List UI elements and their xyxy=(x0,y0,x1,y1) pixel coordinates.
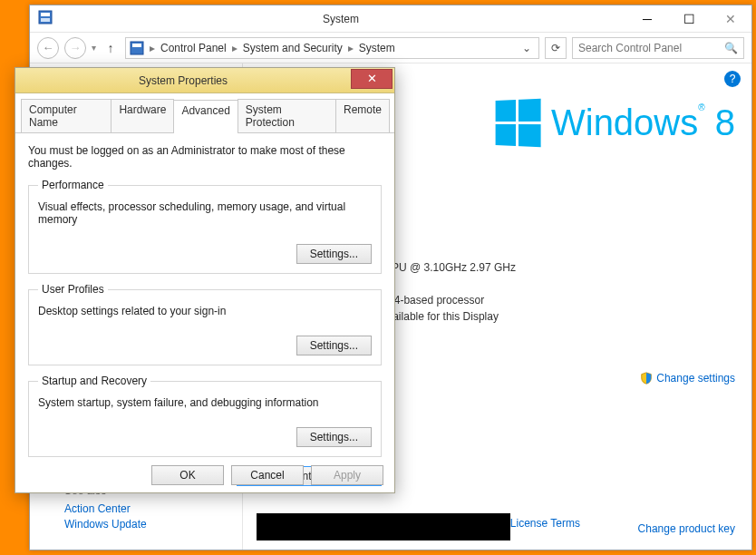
startup-recovery-legend: Startup and Recovery xyxy=(38,375,150,387)
tab-strip: Computer Name Hardware Advanced System P… xyxy=(15,93,394,133)
dialog-close-button[interactable]: ✕ xyxy=(351,69,393,89)
windows-wordmark: Windows® 8 xyxy=(551,102,735,143)
window-title: System xyxy=(55,13,626,25)
svg-rect-2 xyxy=(41,18,50,22)
close-button[interactable]: ✕ xyxy=(710,9,751,29)
svg-rect-4 xyxy=(132,44,141,47)
system-properties-dialog: System Properties ✕ Computer Name Hardwa… xyxy=(15,67,395,493)
up-button[interactable]: ↑ xyxy=(102,39,120,57)
tab-computer-name[interactable]: Computer Name xyxy=(21,99,111,132)
chevron-right-icon: ▸ xyxy=(148,42,157,54)
admin-note: You must be logged on as an Administrato… xyxy=(28,144,382,170)
performance-group: Performance Visual effects, processor sc… xyxy=(28,179,382,274)
forward-button[interactable]: → xyxy=(64,37,86,59)
change-settings-link[interactable]: Change settings xyxy=(640,372,735,385)
startup-recovery-desc: System startup, system failure, and debu… xyxy=(38,396,372,409)
nav-toolbar: ← → ▾ ↑ ▸ Control Panel ▸ System and Sec… xyxy=(30,33,751,63)
windows-logo-icon xyxy=(496,99,541,147)
ok-button[interactable]: OK xyxy=(151,465,224,485)
search-box[interactable]: 🔍 xyxy=(572,37,744,59)
tab-remote[interactable]: Remote xyxy=(335,99,390,132)
redacted-block xyxy=(257,513,510,540)
performance-desc: Visual effects, processor scheduling, me… xyxy=(38,200,372,226)
startup-recovery-group: Startup and Recovery System startup, sys… xyxy=(28,375,382,457)
user-profiles-legend: User Profiles xyxy=(38,283,108,296)
tab-hardware[interactable]: Hardware xyxy=(111,99,174,132)
search-input[interactable] xyxy=(578,42,724,54)
chevron-right-icon: ▸ xyxy=(346,42,355,54)
apply-button[interactable]: Apply xyxy=(311,465,383,485)
breadcrumb[interactable]: ▸ Control Panel ▸ System and Security ▸ … xyxy=(125,37,539,59)
svg-rect-1 xyxy=(41,13,50,16)
crumb-system[interactable]: System xyxy=(359,42,395,54)
search-icon: 🔍 xyxy=(724,42,738,54)
window-controls: ─ ☐ ✕ xyxy=(626,9,751,29)
cancel-button[interactable]: Cancel xyxy=(231,465,304,485)
control-panel-icon xyxy=(130,41,144,55)
change-product-key-link[interactable]: Change product key xyxy=(638,522,735,535)
windows-logo-area: Windows® 8 xyxy=(494,100,735,146)
dialog-body: You must be logged on as an Administrato… xyxy=(15,133,394,508)
help-icon[interactable]: ? xyxy=(724,71,741,87)
refresh-button[interactable]: ⟳ xyxy=(545,37,567,59)
dialog-title: System Properties xyxy=(15,74,351,87)
dialog-titlebar[interactable]: System Properties ✕ xyxy=(15,68,394,93)
crumb-system-and-security[interactable]: System and Security xyxy=(243,42,343,54)
chevron-right-icon: ▸ xyxy=(230,42,239,54)
titlebar: System ─ ☐ ✕ xyxy=(30,5,751,33)
tab-system-protection[interactable]: System Protection xyxy=(237,99,336,132)
startup-recovery-settings-button[interactable]: Settings... xyxy=(296,427,372,447)
link-windows-update[interactable]: Windows Update xyxy=(64,518,147,531)
back-button[interactable]: ← xyxy=(37,37,59,59)
control-panel-icon xyxy=(35,10,55,27)
breadcrumb-dropdown-icon[interactable]: ⌄ xyxy=(522,42,535,54)
minimize-button[interactable]: ─ xyxy=(626,9,668,29)
user-profiles-desc: Desktop settings related to your sign-in xyxy=(38,305,372,317)
maximize-button[interactable]: ☐ xyxy=(668,9,710,29)
performance-legend: Performance xyxy=(38,179,108,191)
history-dropdown-icon[interactable]: ▾ xyxy=(92,43,96,53)
crumb-control-panel[interactable]: Control Panel xyxy=(160,42,227,54)
performance-settings-button[interactable]: Settings... xyxy=(296,244,372,264)
user-profiles-group: User Profiles Desktop settings related t… xyxy=(28,283,382,365)
user-profiles-settings-button[interactable]: Settings... xyxy=(296,336,372,355)
dialog-buttons: OK Cancel Apply xyxy=(151,465,383,485)
shield-icon xyxy=(640,372,653,385)
tab-advanced[interactable]: Advanced xyxy=(173,100,237,133)
